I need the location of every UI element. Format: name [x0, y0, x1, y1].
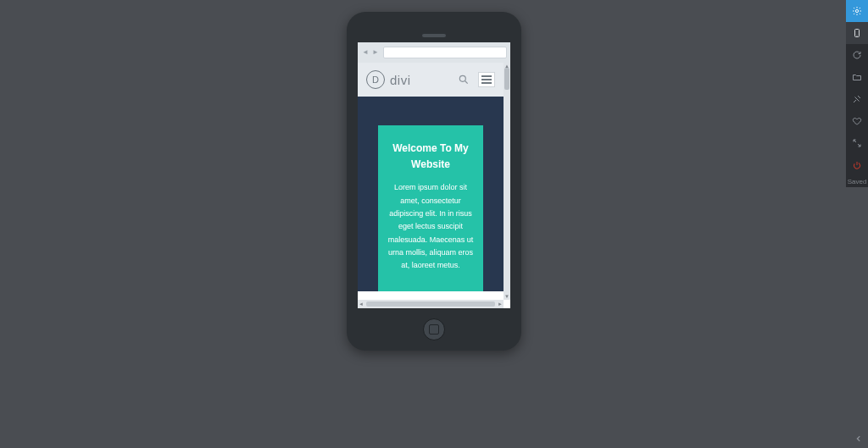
phone-screen: ◄ ► D divi: [358, 42, 510, 308]
phone-speaker-area: [422, 12, 446, 42]
pages-button[interactable]: [846, 66, 868, 88]
hamburger-icon: [481, 75, 492, 77]
vertical-scroll-thumb[interactable]: [504, 68, 509, 90]
horizontal-scrollbar[interactable]: ◄ ►: [358, 300, 504, 308]
hero-body: Lorem ipsum dolor sit amet, consectetur …: [387, 181, 475, 272]
mobile-menu-button[interactable]: [478, 72, 495, 87]
site-header: D divi: [358, 63, 504, 97]
logo-text: divi: [390, 73, 411, 87]
hero-card: Welcome To My Website Lorem ipsum dolor …: [378, 125, 483, 291]
mobile-icon: [852, 28, 862, 38]
tools-icon: [852, 94, 862, 104]
phone-frame: ◄ ► D divi: [347, 12, 521, 351]
site-logo[interactable]: D divi: [366, 70, 411, 89]
heart-icon: [852, 116, 862, 126]
page-content: D divi Welcome To My Website Lorem ips: [358, 63, 504, 300]
gear-icon: [852, 6, 862, 16]
customizer-sidebar: Saved: [846, 0, 868, 187]
chevron-left-icon: [854, 434, 863, 443]
phone-home-area: [423, 308, 445, 351]
expand-icon: [852, 138, 862, 148]
search-icon[interactable]: [458, 74, 470, 86]
tools-button[interactable]: [846, 88, 868, 110]
browser-back-button[interactable]: ◄: [361, 48, 370, 57]
logo-mark: D: [366, 70, 385, 89]
saved-status: Saved: [846, 176, 868, 187]
settings-button[interactable]: [846, 0, 868, 22]
scroll-left-icon: ◄: [358, 300, 364, 308]
refresh-button[interactable]: [846, 44, 868, 66]
panel-expand-handle[interactable]: [853, 433, 865, 445]
browser-toolbar: ◄ ►: [358, 42, 510, 63]
svg-point-2: [857, 36, 858, 36]
svg-point-4: [459, 75, 465, 81]
favorites-button[interactable]: [846, 110, 868, 132]
scroll-down-icon: ▼: [504, 293, 510, 300]
browser-viewport: D divi Welcome To My Website Lorem ips: [358, 63, 510, 308]
power-icon: [852, 160, 862, 170]
phone-speaker: [422, 34, 446, 37]
browser-forward-button[interactable]: ►: [371, 48, 380, 57]
mobile-preview-button[interactable]: [846, 22, 868, 44]
fullscreen-button[interactable]: [846, 132, 868, 154]
header-controls: [458, 72, 495, 87]
refresh-icon: [852, 50, 862, 60]
phone-home-button[interactable]: [423, 318, 445, 340]
url-field[interactable]: [383, 47, 507, 58]
scroll-right-icon: ►: [497, 300, 504, 308]
browser-nav-arrows: ◄ ►: [361, 48, 380, 57]
close-button[interactable]: [846, 154, 868, 176]
svg-point-0: [855, 9, 858, 12]
folder-icon: [852, 72, 862, 82]
horizontal-scroll-thumb[interactable]: [366, 301, 495, 307]
hero-section: Welcome To My Website Lorem ipsum dolor …: [358, 97, 504, 291]
hero-title: Welcome To My Website: [387, 141, 475, 173]
vertical-scrollbar[interactable]: ▲ ▼: [504, 63, 510, 300]
